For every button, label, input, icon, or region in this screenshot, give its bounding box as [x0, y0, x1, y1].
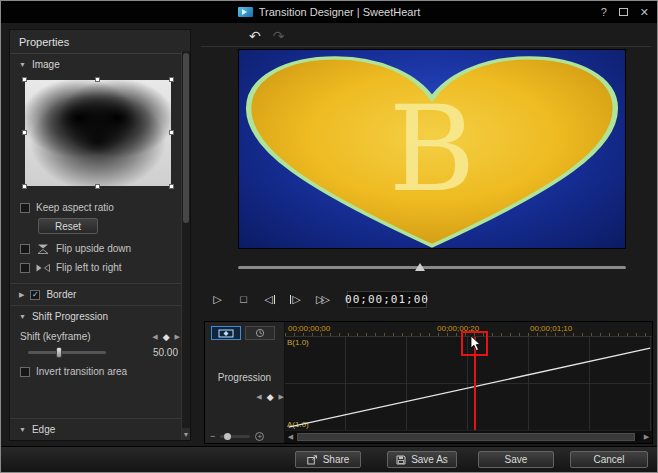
maximize-icon[interactable]	[619, 8, 628, 16]
timecode-display: 00;00;01;00	[347, 291, 427, 308]
flip-left-right-row: Flip left to right	[10, 258, 190, 277]
ruler-timestamp: 00;00;01;10	[530, 324, 572, 333]
cancel-label: Cancel	[593, 454, 624, 465]
invert-transition-row: Invert transition area	[10, 362, 190, 381]
properties-panel: Properties ▼ Image Keep aspect ratio Res…	[9, 29, 191, 441]
shift-section-label: Shift Progression	[32, 311, 108, 322]
play-button[interactable]: ▷	[207, 290, 228, 308]
floppy-icon	[396, 455, 406, 465]
prev-keyframe-icon[interactable]: ◀	[256, 393, 261, 401]
add-keyframe-icon[interactable]: ◆	[267, 392, 274, 402]
share-button[interactable]: Share	[295, 451, 361, 468]
shift-slider[interactable]	[28, 351, 106, 354]
resize-handle[interactable]	[95, 184, 100, 189]
section-image[interactable]: ▼ Image	[10, 54, 190, 75]
redo-icon[interactable]: ↷	[273, 28, 285, 44]
section-edge[interactable]: ▼ Edge	[10, 418, 190, 440]
resize-handle[interactable]	[169, 184, 174, 189]
click-highlight-box	[461, 331, 488, 356]
keep-aspect-checkbox[interactable]	[20, 203, 30, 213]
scroll-left-icon[interactable]: ◀	[285, 433, 296, 441]
close-icon[interactable]: ✕	[640, 6, 649, 19]
resize-handle[interactable]	[169, 130, 174, 135]
hscroll-track[interactable]	[296, 433, 641, 441]
help-button[interactable]: ?	[601, 6, 607, 18]
stop-button[interactable]: □	[233, 290, 254, 308]
resize-handle[interactable]	[95, 77, 100, 82]
previous-frame-button[interactable]: ◁	[259, 290, 280, 308]
expand-icon: ▼	[19, 426, 26, 433]
zoom-in-icon[interactable]: +	[255, 432, 264, 441]
playback-controls: ▷ □ ◁ ▷ ▷▷ 00;00;01;00	[207, 290, 427, 308]
scrubber-marker[interactable]	[415, 263, 425, 271]
keep-aspect-row: Keep aspect ratio	[10, 198, 190, 217]
transition-designer-dialog: Transition Designer | SweetHeart ? ✕ Pro…	[0, 0, 658, 473]
zoom-out-icon[interactable]: −	[210, 432, 215, 441]
section-border[interactable]: ▶ ✓ Border	[10, 283, 190, 305]
edge-section-label: Edge	[32, 424, 55, 435]
hscroll-thumb[interactable]	[297, 433, 635, 441]
footer-bar: Share Save As Save Cancel	[1, 446, 657, 472]
flip-left-right-checkbox[interactable]	[20, 263, 30, 273]
shift-slider-row: 50.00	[10, 344, 190, 362]
resize-handle[interactable]	[22, 77, 27, 82]
flip-upside-down-checkbox[interactable]	[20, 244, 30, 254]
flip-vertical-icon	[36, 244, 50, 254]
ruler-timestamp: 00;00;00;00	[288, 324, 330, 333]
reset-button[interactable]: Reset	[38, 218, 98, 234]
flip-horizontal-icon	[36, 263, 50, 273]
expand-icon: ▼	[19, 313, 26, 320]
shift-keyframe-row: Shift (keyframe) ◀ ◆ ▶	[10, 327, 190, 344]
scroll-down-icon[interactable]: ▼	[182, 428, 190, 440]
flip-upside-down-row: Flip upside down	[10, 239, 190, 258]
properties-scrollbar[interactable]: ▼	[181, 51, 190, 440]
next-keyframe-icon[interactable]: ▶	[175, 333, 180, 341]
section-shift-progression[interactable]: ▼ Shift Progression	[10, 305, 190, 327]
invert-transition-checkbox[interactable]	[20, 367, 30, 377]
timing-mode-button[interactable]	[245, 326, 275, 340]
progression-timeline: Progression ◀ ◆ ▶ − + 00;00;00;00 00;00;…	[204, 321, 653, 444]
invert-transition-label: Invert transition area	[36, 366, 127, 377]
keyframe-mode-icon	[218, 329, 234, 338]
scrollbar-thumb[interactable]	[183, 53, 189, 223]
expand-icon: ▼	[19, 61, 26, 68]
flip-upside-down-label: Flip upside down	[56, 243, 131, 254]
save-button[interactable]: Save	[478, 451, 554, 468]
fast-forward-button[interactable]: ▷▷	[311, 290, 332, 308]
mouse-cursor-icon	[469, 335, 481, 352]
fast-forward-icon: ▷▷	[316, 293, 327, 306]
timeline-hscrollbar[interactable]: ◀ ▶	[285, 431, 652, 443]
app-icon	[238, 7, 253, 17]
save-as-button[interactable]: Save As	[387, 451, 457, 468]
next-frame-button[interactable]: ▷	[285, 290, 306, 308]
cancel-button[interactable]: Cancel	[570, 451, 648, 468]
shift-slider-thumb[interactable]	[56, 347, 62, 358]
next-keyframe-icon[interactable]: ▶	[279, 393, 284, 401]
zoom-slider[interactable]	[220, 435, 250, 438]
preview-letter: B	[239, 50, 625, 248]
zoom-slider-thumb[interactable]	[224, 433, 231, 440]
prev-keyframe-icon[interactable]: ◀	[152, 333, 157, 341]
save-label: Save	[505, 454, 528, 465]
keyframe-mode-button[interactable]	[211, 326, 241, 340]
resize-handle[interactable]	[22, 130, 27, 135]
transition-mask-preview[interactable]	[25, 80, 171, 186]
properties-header: Properties	[10, 30, 190, 54]
border-checkbox[interactable]: ✓	[30, 290, 40, 300]
shift-keyframe-label: Shift (keyframe)	[20, 331, 91, 342]
stop-icon: □	[240, 293, 247, 305]
timeline-zoom-control: − +	[210, 431, 264, 441]
scrubber-track[interactable]	[238, 266, 626, 269]
toolbar-separator	[201, 46, 651, 47]
titlebar: Transition Designer | SweetHeart ? ✕	[1, 1, 657, 23]
preview-scrubber[interactable]	[238, 262, 626, 272]
flip-left-right-label: Flip left to right	[56, 262, 122, 273]
resize-handle[interactable]	[169, 77, 174, 82]
resize-handle[interactable]	[22, 184, 27, 189]
share-icon	[307, 455, 318, 465]
undo-icon[interactable]: ↶	[249, 28, 261, 44]
add-keyframe-icon[interactable]: ◆	[163, 332, 170, 342]
shift-value: 50.00	[153, 347, 178, 358]
scroll-right-icon[interactable]: ▶	[641, 433, 652, 441]
edit-toolbar: ↶ ↷	[249, 28, 284, 44]
